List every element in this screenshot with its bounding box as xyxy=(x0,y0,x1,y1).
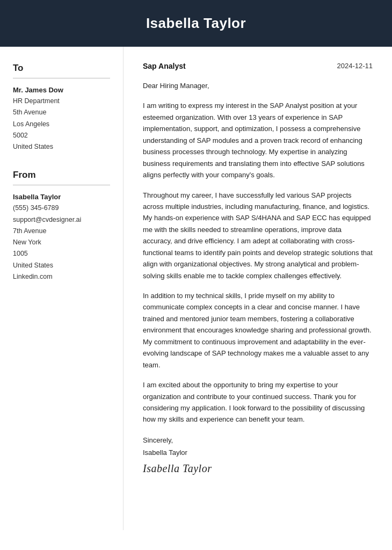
recipient-postal: 5002 xyxy=(13,130,110,141)
header-name: Isabella Taylor xyxy=(146,15,246,31)
letter-closing: Sincerely, Isabella Taylor Isabella Tayl… xyxy=(143,434,373,475)
sender-email: support@cvdesigner.ai xyxy=(13,214,110,226)
recipient-country: United States xyxy=(13,141,110,153)
to-divider xyxy=(13,78,110,78)
sender-name: Isabella Taylor xyxy=(13,193,110,201)
header: Isabella Taylor xyxy=(0,0,392,47)
from-divider xyxy=(13,185,110,185)
main-content: Sap Analyst 2024-12-11 Dear Hiring Manag… xyxy=(124,47,392,530)
job-title: Sap Analyst xyxy=(143,62,186,70)
sender-phone: (555) 345-6789 xyxy=(13,202,110,214)
from-label: From xyxy=(13,170,110,180)
letter-date: 2024-12-11 xyxy=(337,62,373,70)
letter-paragraph1: I am writing to express my interest in t… xyxy=(143,100,373,180)
letter-header-row: Sap Analyst 2024-12-11 xyxy=(143,62,373,70)
sidebar: To Mr. James Dow HR Department 5th Avenu… xyxy=(0,47,124,530)
sender-postal: 1005 xyxy=(13,248,110,259)
letter-paragraph3: In addition to my technical skills, I pr… xyxy=(143,290,373,371)
sender-linkedin: Linkedin.com xyxy=(13,271,110,283)
to-section: To Mr. James Dow HR Department 5th Avenu… xyxy=(13,63,110,153)
letter-greeting: Dear Hiring Manager, xyxy=(143,80,373,91)
closing-word: Sincerely, xyxy=(143,434,373,446)
letter-paragraph4: I am excited about the opportunity to br… xyxy=(143,379,373,425)
sender-country: United States xyxy=(13,260,110,271)
letter-paragraph2: Throughout my career, I have successfull… xyxy=(143,190,373,282)
to-label: To xyxy=(13,63,110,74)
recipient-department: HR Department xyxy=(13,96,110,107)
from-section: From Isabella Taylor (555) 345-6789 supp… xyxy=(13,170,110,283)
recipient-name: Mr. James Dow xyxy=(13,86,110,94)
page: Isabella Taylor To Mr. James Dow HR Depa… xyxy=(0,0,392,550)
sender-street: 7th Avenue xyxy=(13,226,110,237)
body-layout: To Mr. James Dow HR Department 5th Avenu… xyxy=(0,47,392,530)
letter-body: Dear Hiring Manager, I am writing to exp… xyxy=(143,80,373,425)
signature: Isabella Taylor xyxy=(143,462,373,475)
sender-city: New York xyxy=(13,237,110,248)
recipient-street: 5th Avenue xyxy=(13,107,110,118)
recipient-city: Los Angeles xyxy=(13,119,110,130)
closing-name: Isabella Taylor xyxy=(143,446,373,459)
